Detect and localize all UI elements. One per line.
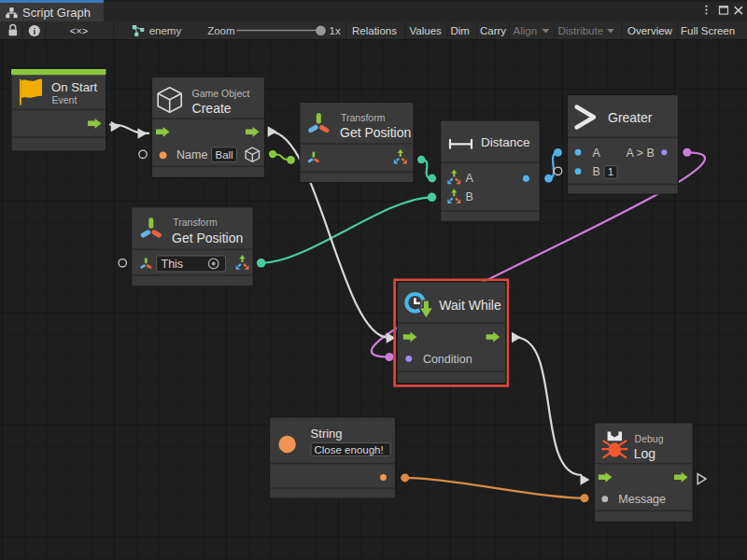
svg-text:Zoom: Zoom [207,25,234,36]
svg-text:Dim: Dim [451,25,470,36]
svg-text:Distance: Distance [481,135,530,149]
svg-text:Get Position: Get Position [172,231,243,245]
svg-text:Relations: Relations [352,25,397,36]
svg-text:A: A [466,172,474,185]
svg-text:Ball: Ball [216,149,233,161]
svg-text:A > B: A > B [627,147,655,160]
svg-text:On Start: On Start [51,80,97,94]
svg-text:Wait While: Wait While [439,298,501,313]
svg-text:Event: Event [52,94,78,105]
svg-text:This: This [162,258,184,271]
svg-text:1x: 1x [330,25,341,36]
svg-text:String: String [311,427,343,441]
svg-text:B: B [466,190,473,203]
svg-text:Align: Align [514,25,538,36]
svg-text:Overview: Overview [627,25,673,36]
svg-text:Log: Log [634,446,655,461]
svg-text:A: A [593,147,601,160]
svg-text:enemy: enemy [149,25,182,36]
svg-text:1: 1 [608,166,613,177]
svg-text:Get Position: Get Position [340,125,411,140]
svg-text:Distribute: Distribute [558,25,604,36]
svg-text:Greater: Greater [608,110,653,125]
svg-text:<×>: <×> [70,25,88,36]
svg-text:Script Graph: Script Graph [22,6,91,20]
svg-text:B: B [593,165,600,178]
svg-text:i: i [33,26,35,36]
svg-text:Name: Name [176,148,207,161]
svg-text:Message: Message [618,493,666,506]
svg-text:Close enough!: Close enough! [315,444,384,455]
svg-text:Game Object: Game Object [192,88,250,99]
svg-text:Condition: Condition [423,353,472,366]
svg-text:Carry: Carry [480,25,506,36]
svg-text:Transform: Transform [173,217,218,228]
svg-text:Values: Values [410,25,443,36]
svg-text:Create: Create [192,101,232,116]
svg-text:Transform: Transform [341,112,386,123]
svg-text:Debug: Debug [635,433,664,444]
svg-text:Full Screen: Full Screen [681,25,735,36]
